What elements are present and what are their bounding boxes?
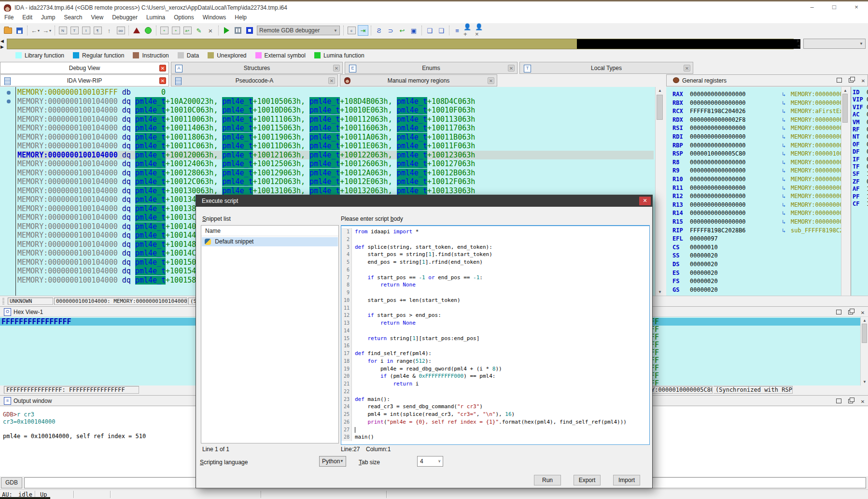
debugger-select[interactable]: Remote GDB debugger ▼ xyxy=(257,26,340,35)
register-row-efl[interactable]: EFL00000097 xyxy=(666,235,849,243)
menu-edit[interactable]: Edit xyxy=(18,13,37,22)
code-line-18[interactable]: for i in range(512): xyxy=(355,357,627,365)
edit-item-button[interactable]: ✎ xyxy=(194,25,204,36)
code-line-1[interactable]: from idaapi import * xyxy=(355,228,627,236)
close-icon[interactable]: × xyxy=(846,1,867,14)
flag-row-af[interactable]: AF 1 xyxy=(853,185,868,193)
navigation-band[interactable] xyxy=(7,39,794,49)
register-row-r12[interactable]: R120000000000000000↳MEMORY:00000000 xyxy=(666,193,849,201)
code-line-28[interactable]: main() xyxy=(355,433,627,441)
tab-enums[interactable]: E Enums ✕ xyxy=(345,62,518,74)
code-line-4[interactable]: start_pos = string[1].find(start_token) xyxy=(355,251,627,258)
scrollbar-thumb[interactable] xyxy=(842,94,848,123)
debugger-window-button-1[interactable]: ❑ xyxy=(424,25,435,36)
search-text-button[interactable]: T xyxy=(69,25,80,36)
scroll-up-icon[interactable]: ▲ xyxy=(841,88,849,93)
flag-row-zf[interactable]: ZF 0 xyxy=(853,178,868,185)
view-xrefs-button[interactable]: oo xyxy=(115,25,126,36)
import-button[interactable]: Import xyxy=(613,475,640,485)
code-line-11[interactable] xyxy=(355,304,627,312)
disassembly-row[interactable]: MEMORY:0000000100104000 dq pml4e_t+10011… xyxy=(17,124,654,133)
flag-row-ac[interactable]: AC 0 xyxy=(853,111,868,118)
scroll-down-icon[interactable]: ▼ xyxy=(861,380,868,384)
disassembly-row[interactable]: MEMORY:0000000100104000 dq pml4e_t+10011… xyxy=(17,115,654,124)
nav-dot-icon[interactable] xyxy=(7,91,11,95)
debugger-window-button-2[interactable]: ❑ xyxy=(436,25,447,36)
menu-file[interactable]: File xyxy=(0,13,18,22)
disassembly-row[interactable]: MEMORY:0000000100104000 dq pml4e_t+10012… xyxy=(17,177,654,186)
register-row-r9[interactable]: R90000000000000000↳MEMORY:00000000 xyxy=(666,167,849,175)
close-icon[interactable]: ✕ xyxy=(159,77,166,84)
flag-row-sf[interactable]: SF 1 xyxy=(853,171,868,178)
close-icon[interactable]: ✕ xyxy=(328,77,335,84)
disassembly-row[interactable]: MEMORY:0000000100104000 dq pml4e_t+10011… xyxy=(17,142,654,151)
close-icon[interactable]: ✕ xyxy=(508,65,515,71)
menu-search[interactable]: Search xyxy=(59,13,86,22)
close-icon[interactable]: ✕ xyxy=(488,77,494,84)
register-row-r15[interactable]: R150000000000000000↳MEMORY:00000000 xyxy=(666,218,849,227)
register-row-rdi[interactable]: RDI0000000000000000↳MEMORY:00000000 xyxy=(666,133,849,142)
flag-row-df[interactable]: DF 0 xyxy=(853,148,868,156)
disassembly-row[interactable]: MEMORY:0000000100104000 dq pml4e_t+10012… xyxy=(17,159,654,169)
add-type-button[interactable]: a+ xyxy=(182,25,193,36)
editor-code[interactable]: from idaapi import * def splice(string, … xyxy=(355,228,627,441)
delete-item-button[interactable]: × xyxy=(205,25,216,36)
flag-row-nt[interactable]: NT 0 xyxy=(853,133,868,141)
jump-back-button[interactable]: ←▾ xyxy=(30,25,41,36)
flag-row-if[interactable]: IF 0 xyxy=(853,156,868,163)
register-row-r10[interactable]: R100000000000000000↳MEMORY:00000000 xyxy=(666,176,849,184)
tab-local-types[interactable]: T Local Types ✕ xyxy=(519,62,693,74)
maximize-icon[interactable]: □ xyxy=(824,1,845,14)
disassembly-scrollbar[interactable]: ▲ ▼ xyxy=(655,87,664,296)
continue-process-button[interactable] xyxy=(221,25,232,36)
code-line-6[interactable] xyxy=(355,266,627,274)
search-imm-button[interactable]: I xyxy=(81,25,91,36)
float-icon[interactable] xyxy=(846,399,855,405)
minimize-icon[interactable]: – xyxy=(801,1,823,14)
nav-dot-icon[interactable] xyxy=(7,100,11,103)
register-row-rbp[interactable]: RBP0000000000000000↳MEMORY:00000000 xyxy=(666,142,849,150)
register-row-rcx[interactable]: RCXFFFFF8198C204026↳MEMORY:aFirstEx xyxy=(666,108,849,116)
search-name-button[interactable]: N xyxy=(57,25,68,36)
register-row-ds[interactable]: DS00000020 xyxy=(666,261,849,269)
register-row-r8[interactable]: R80000000000000000↳MEMORY:00000000 xyxy=(666,159,849,167)
code-line-23[interactable]: def main(): xyxy=(355,396,627,403)
code-line-26[interactable]: print("pml4e = {0}, self ref index = {1}… xyxy=(355,418,627,426)
tab-manual-memory-regions[interactable]: Manual memory regions ✕ xyxy=(340,74,497,86)
menu-windows[interactable]: Windows xyxy=(198,13,231,22)
undefined-data-button[interactable] xyxy=(131,25,142,36)
navband-scroll-left-icon[interactable]: ◀ xyxy=(0,39,4,43)
code-line-7[interactable]: if start_pos == -1 or end_pos == -1: xyxy=(355,274,627,282)
flag-row-vip[interactable]: VIP 0 xyxy=(853,96,868,103)
flag-row-vif[interactable]: VIF 0 xyxy=(853,104,868,111)
tab-pseudocode-a[interactable]: Pseudocode-A ✕ xyxy=(171,74,338,86)
script-editor[interactable]: 1234567891011121314151617181920212223242… xyxy=(341,225,650,445)
code-line-14[interactable] xyxy=(355,327,627,335)
scroll-up-icon[interactable]: ▲ xyxy=(861,318,868,323)
code-line-5[interactable]: end_pos = string[1].rfind(end_token) xyxy=(355,258,627,266)
register-row-rsp[interactable]: RSP0000010000005C80↳MEMORY:00000100 xyxy=(666,150,849,158)
disassembly-row[interactable]: MEMORY:0000000100104000 dq pml4e_t+10013… xyxy=(17,186,654,196)
code-line-20[interactable]: if (pml4e & 0xFFFFFFFFF000) == pml4: xyxy=(355,372,627,380)
code-line-9[interactable] xyxy=(355,289,627,297)
attach-process-button[interactable]: 👤+ xyxy=(463,25,474,36)
disassembly-row[interactable]: MEMORY:0000000100104000 dq pml4e_t+10012… xyxy=(17,169,654,178)
menu-view[interactable]: View xyxy=(86,13,108,22)
menu-help[interactable]: Help xyxy=(230,13,251,22)
close-icon[interactable]: ✕ xyxy=(333,65,340,71)
snippet-name-column-header[interactable]: Name xyxy=(201,226,338,236)
navband-scroll-right-icon[interactable]: ▶ xyxy=(0,44,4,49)
register-row-cs[interactable]: CS00000010 xyxy=(666,244,849,252)
gdb-cli-button[interactable]: GDB xyxy=(1,477,22,488)
step-over-button[interactable]: ⊃ xyxy=(385,25,396,36)
flag-row-pf[interactable]: PF 1 xyxy=(853,193,868,200)
close-icon[interactable]: ✕ xyxy=(858,78,868,85)
show-source-button[interactable]: c xyxy=(346,25,357,36)
register-row-rdx[interactable]: RDX00000000000002F8↳MEMORY:00000000 xyxy=(666,116,849,125)
register-row-r14[interactable]: R140000000000000000↳MEMORY:00000000 xyxy=(666,210,849,218)
export-button[interactable]: Export xyxy=(574,475,601,485)
flags-panel[interactable]: ID 0VIP 0VIF 0AC 0VM 0RF 0NT 0OF 0DF 0IF… xyxy=(851,87,868,309)
produce-file-button[interactable]: ¶ xyxy=(92,25,103,36)
menu-lumina[interactable]: Lumina xyxy=(142,13,169,22)
run-until-return-button[interactable]: ↩ xyxy=(397,25,407,36)
